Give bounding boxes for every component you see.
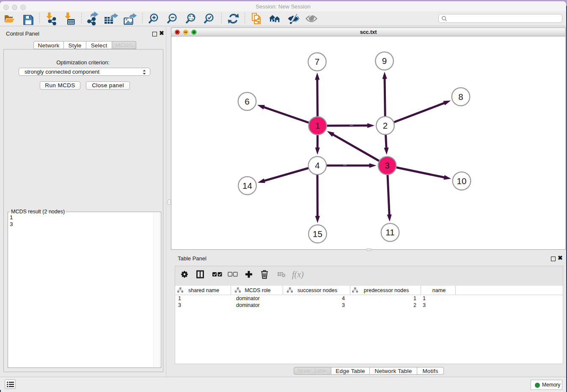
svg-text:11: 11 [385,227,394,237]
svg-text:f(x): f(x) [292,270,304,279]
svg-text:6: 6 [245,97,249,106]
svg-text:2: 2 [383,121,388,130]
svg-text:15: 15 [313,229,322,239]
svg-text:10: 10 [457,176,467,186]
svg-text:1: 1 [315,121,320,130]
svg-text:4: 4 [315,160,319,170]
svg-text:7: 7 [315,57,319,66]
svg-text:8: 8 [458,92,463,102]
svg-text:3: 3 [385,160,389,170]
svg-text:14: 14 [242,181,252,190]
svg-text:9: 9 [382,56,387,66]
